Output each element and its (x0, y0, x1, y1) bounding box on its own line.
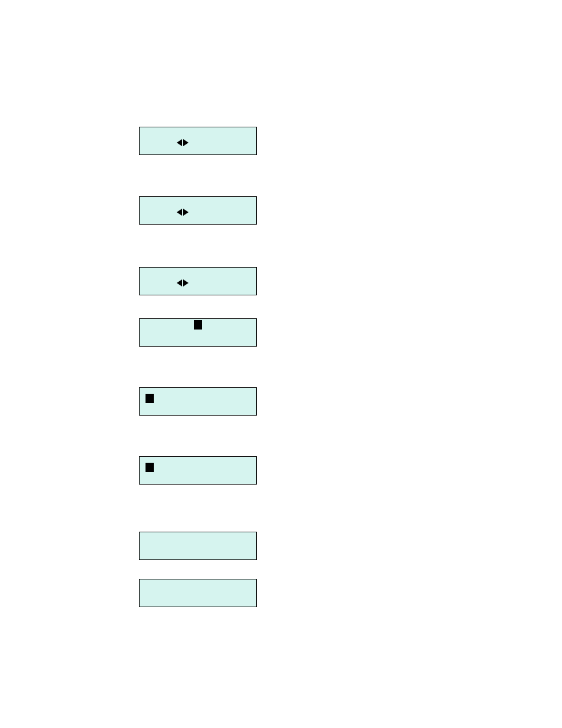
lcd-display (139, 127, 257, 155)
triangle-right-icon (183, 139, 189, 146)
triangle-right-icon (183, 279, 189, 286)
lcd-display (139, 456, 257, 485)
lcd-display (139, 579, 257, 607)
triangle-left-icon (177, 279, 182, 286)
lcd-display (139, 318, 257, 347)
triangle-left-icon (177, 209, 182, 216)
lcd-display (139, 196, 257, 225)
cursor-block-icon (146, 394, 154, 403)
triangle-left-icon (177, 139, 182, 146)
lcd-display (139, 532, 257, 560)
cursor-block-icon (194, 320, 202, 330)
cursor-block-icon (146, 463, 154, 472)
page (0, 0, 562, 728)
triangle-right-icon (183, 209, 189, 216)
lcd-display (139, 267, 257, 295)
lcd-display (139, 387, 257, 416)
